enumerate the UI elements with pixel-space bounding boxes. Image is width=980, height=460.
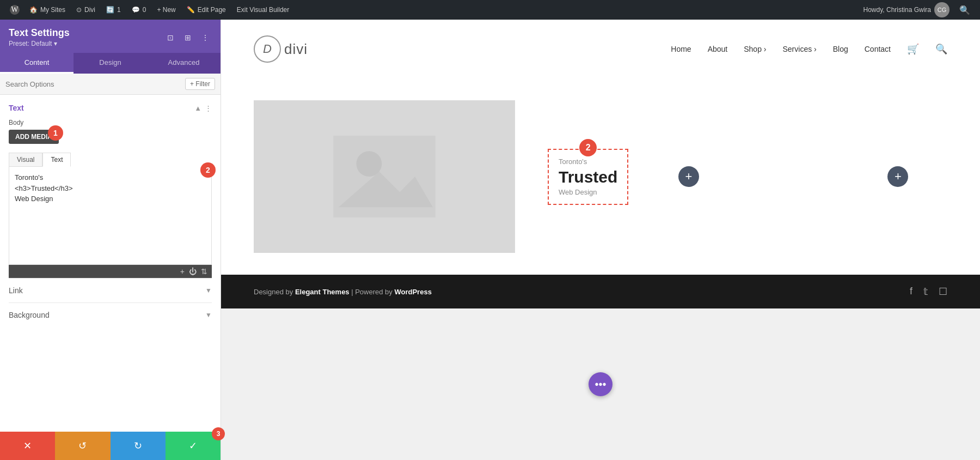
- menu-blog[interactable]: Blog: [833, 45, 848, 53]
- footer-text: Designed by Elegant Themes | Powered by …: [254, 288, 432, 296]
- undo-button[interactable]: ↺: [55, 432, 110, 460]
- edit-page-btn[interactable]: ✏️ Edit Page: [181, 0, 231, 20]
- howdy-text: Howdy, Christina Gwira CG: [858, 2, 955, 17]
- filter-button[interactable]: + Filter: [185, 78, 215, 90]
- instagram-icon[interactable]: ☐: [939, 286, 947, 298]
- tab-content[interactable]: Content: [0, 53, 74, 74]
- add-toolbar-icon[interactable]: +: [180, 267, 185, 276]
- panel-tabs: Content Design Advanced: [0, 53, 220, 74]
- my-sites-btn[interactable]: 🏠 My Sites: [24, 0, 71, 20]
- body-label: Body: [9, 119, 212, 126]
- panel-content: Text ▲ ⋮ Body ADD MEDIA 1 Visual Text T: [0, 95, 220, 432]
- facebook-icon[interactable]: f: [910, 286, 912, 298]
- add-column-btn-left[interactable]: +: [678, 166, 699, 187]
- site-logo: D divi: [254, 35, 308, 63]
- link-chevron-icon: ▼: [205, 287, 212, 294]
- text-small: Toronto's: [559, 158, 617, 166]
- step-badge-2-editor: 2: [200, 162, 216, 178]
- step-badge-3: 3: [212, 427, 225, 440]
- extra-area: •••: [221, 308, 980, 460]
- editor-resize-handle[interactable]: [205, 258, 211, 264]
- builder-row: 2 Toronto's Trusted Web Design + +: [254, 100, 947, 253]
- site-menu: Home About Shop › Services › Blog Contac…: [671, 43, 947, 55]
- responsive-icon[interactable]: ⊡: [164, 31, 177, 44]
- site-footer: Designed by Elegant Themes | Powered by …: [221, 275, 980, 308]
- footer-social: f 𝕥 ☐: [910, 286, 947, 298]
- search-options-input[interactable]: [5, 80, 185, 88]
- editor-tabs: Visual Text: [9, 153, 212, 167]
- exit-vb-btn[interactable]: Exit Visual Builder: [231, 0, 295, 20]
- sort-toolbar-icon[interactable]: ⇅: [201, 267, 207, 276]
- floating-menu-button[interactable]: •••: [589, 372, 612, 396]
- left-panel: Text Settings Preset: Default ▾ ⊡ ⊞ ⋮ Co…: [0, 20, 221, 460]
- new-btn[interactable]: + New: [151, 0, 181, 20]
- admin-search-icon[interactable]: 🔍: [955, 5, 975, 15]
- twitter-icon[interactable]: 𝕥: [923, 286, 928, 298]
- editor-tab-visual[interactable]: Visual: [9, 153, 42, 167]
- image-placeholder: [254, 100, 515, 253]
- menu-contact[interactable]: Contact: [865, 45, 891, 53]
- text-editor[interactable]: Toronto's <h3>Trusted</h3> Web Design 2: [9, 167, 212, 265]
- power-toolbar-icon[interactable]: ⏻: [189, 267, 197, 276]
- panel-header: Text Settings Preset: Default ▾ ⊡ ⊞ ⋮: [0, 20, 220, 53]
- menu-home[interactable]: Home: [671, 45, 691, 53]
- bottom-action-bar: ✕ ↺ ↻ ✓ 3: [0, 432, 220, 460]
- background-label: Background: [9, 311, 50, 319]
- panel-preset[interactable]: Preset: Default ▾: [9, 40, 70, 47]
- link-label: Link: [9, 286, 23, 295]
- add-column-btn-right[interactable]: +: [887, 166, 908, 187]
- collapse-icon[interactable]: ▲: [194, 104, 201, 112]
- step-badge-1: 1: [48, 125, 63, 141]
- text-big: Trusted: [559, 168, 617, 186]
- cart-icon[interactable]: 🛒: [907, 43, 919, 55]
- updates-btn[interactable]: 🔄 1: [101, 0, 126, 20]
- tab-advanced[interactable]: Advanced: [147, 53, 220, 74]
- comments-btn[interactable]: 💬 0: [126, 0, 152, 20]
- more-icon[interactable]: ⋮: [199, 31, 212, 44]
- page-area: 2 Toronto's Trusted Web Design + +: [221, 78, 980, 275]
- site-nav: D divi Home About Shop › Services › Blog…: [221, 20, 980, 78]
- step-badge-2-preview: 2: [579, 139, 597, 156]
- text-sub: Web Design: [559, 188, 617, 196]
- cancel-button[interactable]: ✕: [0, 432, 55, 460]
- nav-search-icon[interactable]: 🔍: [935, 43, 947, 55]
- tab-design[interactable]: Design: [74, 53, 147, 74]
- redo-button[interactable]: ↻: [111, 432, 166, 460]
- search-bar: + Filter: [0, 74, 220, 95]
- editor-content: Toronto's <h3>Trusted</h3> Web Design: [15, 172, 206, 204]
- editor-tab-text[interactable]: Text: [42, 153, 71, 167]
- svg-text:W: W: [11, 5, 19, 14]
- link-section-header[interactable]: Link ▼: [9, 286, 212, 295]
- divi-site-btn[interactable]: ⊙ Divi: [71, 0, 101, 20]
- right-content: D divi Home About Shop › Services › Blog…: [221, 20, 980, 460]
- background-chevron-icon: ▼: [205, 311, 212, 319]
- menu-services[interactable]: Services ›: [782, 45, 816, 53]
- text-module-container: 2 Toronto's Trusted Web Design: [548, 149, 628, 205]
- logo-icon: D: [254, 35, 281, 63]
- section-more-icon[interactable]: ⋮: [205, 104, 212, 112]
- main-layout: Text Settings Preset: Default ▾ ⊡ ⊞ ⋮ Co…: [0, 20, 980, 460]
- panel-title: Text Settings: [9, 27, 70, 39]
- text-section-title: Text: [9, 104, 24, 112]
- editor-toolbar: + ⏻ ⇅: [9, 265, 212, 278]
- background-section: Background ▼: [9, 302, 212, 327]
- wp-logo-btn[interactable]: W: [5, 0, 24, 20]
- text-module[interactable]: Toronto's Trusted Web Design: [548, 149, 628, 205]
- add-buttons-row: + +: [639, 166, 947, 187]
- link-section: Link ▼: [9, 278, 212, 302]
- wp-admin-bar: W 🏠 My Sites ⊙ Divi 🔄 1 💬 0 + New ✏️ Edi…: [0, 0, 980, 20]
- text-section-header: Text ▲ ⋮: [9, 104, 212, 112]
- menu-shop[interactable]: Shop ›: [744, 45, 766, 53]
- background-section-header[interactable]: Background ▼: [9, 311, 212, 319]
- menu-about[interactable]: About: [708, 45, 728, 53]
- layout-icon[interactable]: ⊞: [181, 31, 194, 44]
- logo-text: divi: [284, 41, 308, 58]
